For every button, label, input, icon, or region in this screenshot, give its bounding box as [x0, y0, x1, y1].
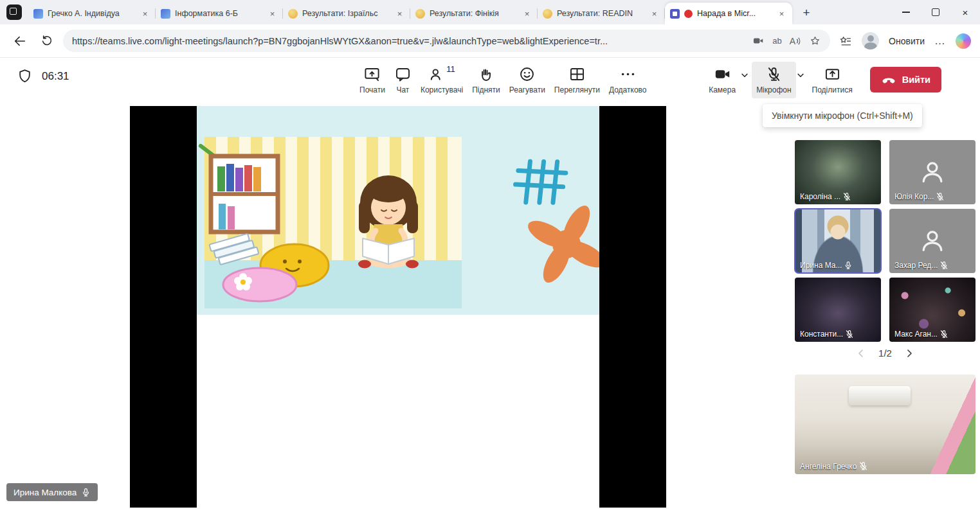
- page-next-icon[interactable]: [904, 348, 914, 359]
- device-toolbar: Камера Мікрофон: [704, 62, 941, 98]
- participant-tile-active-speaker[interactable]: Ирина Ма...: [795, 209, 881, 273]
- back-button[interactable]: [9, 30, 31, 52]
- tab-title: Результати: Фінікія: [430, 9, 517, 18]
- meeting-timer: 06:31: [17, 68, 69, 84]
- react-smiley-icon: [518, 66, 536, 83]
- copilot-icon[interactable]: [956, 33, 971, 49]
- mic-on-icon: [81, 488, 91, 497]
- toolbar-right-cluster: Оновити …: [835, 32, 971, 49]
- close-icon[interactable]: ×: [522, 8, 532, 19]
- leave-button[interactable]: Вийти: [870, 67, 941, 93]
- tab-rezultaty-reading[interactable]: Результати: READIN ×: [538, 3, 665, 24]
- shared-screen: [130, 106, 666, 508]
- camera-icon: [714, 66, 731, 83]
- meeting-stage: Ирина Малкова: [0, 103, 795, 514]
- timer-value: 06:31: [42, 70, 69, 83]
- share-button[interactable]: Поділитися: [808, 62, 857, 98]
- shared-content-illustration: [197, 106, 599, 315]
- read-aloud-icon[interactable]: A: [790, 36, 801, 46]
- share-icon: [824, 66, 841, 83]
- recording-indicator: [684, 10, 693, 18]
- tab-meeting-active[interactable]: Нарада в Micr... ×: [665, 3, 792, 24]
- tab-title: Інформатика 6-Б: [175, 9, 262, 18]
- url-text: https://teams.live.com/light-meetings/la…: [72, 36, 745, 46]
- view-grid-icon: [568, 66, 586, 83]
- mic-off-icon: [939, 261, 948, 270]
- more-icon: [619, 66, 637, 83]
- participant-tile[interactable]: Захар Ред...: [889, 209, 975, 273]
- tab-rezultaty-izrail[interactable]: Результати: Ізраїльс ×: [283, 3, 410, 24]
- person-placeholder-icon: [918, 157, 947, 187]
- teams-favicon: [670, 9, 680, 19]
- participant-tile[interactable]: Кароліна ...: [795, 140, 881, 204]
- tab-informatyka[interactable]: Інформатика 6-Б ×: [156, 3, 283, 24]
- person-placeholder-icon: [918, 226, 947, 256]
- camera-permission-icon[interactable]: [752, 35, 765, 47]
- mic-tooltip: Увімкнути мікрофон (Ctrl+Shift+M): [763, 104, 922, 127]
- tab-favicon: [415, 9, 425, 19]
- new-tab-button[interactable]: +: [797, 4, 815, 22]
- maximize-button[interactable]: [921, 0, 950, 24]
- close-icon[interactable]: ×: [649, 8, 660, 19]
- chat-button[interactable]: Чат: [390, 62, 416, 98]
- address-bar[interactable]: https://teams.live.com/light-meetings/la…: [63, 30, 830, 52]
- favorite-star-icon[interactable]: [809, 35, 821, 47]
- tab-title: Нарада в Micr...: [697, 9, 772, 18]
- profile-avatar[interactable]: [862, 32, 879, 49]
- participants-button[interactable]: 11 Користувачі: [416, 62, 467, 98]
- people-icon: [428, 66, 446, 83]
- mic-off-icon: [858, 461, 868, 471]
- mic-on-icon: [844, 261, 853, 270]
- close-icon[interactable]: ×: [776, 8, 787, 19]
- tile-pagination: 1/2: [795, 348, 975, 359]
- browser-toolbar: https://teams.live.com/light-meetings/la…: [0, 24, 980, 58]
- mic-off-icon: [765, 66, 783, 83]
- shield-icon: [17, 68, 33, 84]
- meeting-toolbar: Почати Чат 11 Користувачі Підняти: [355, 62, 651, 98]
- camera-button[interactable]: Камера: [704, 62, 740, 98]
- close-icon[interactable]: ×: [394, 8, 405, 19]
- browser-tab-strip: Гречко А. Індивідуа × Інформатика 6-Б × …: [0, 0, 980, 24]
- tab-favicon: [33, 9, 43, 19]
- camera-options-chevron[interactable]: [740, 71, 749, 80]
- participants-panel: Кароліна ... Юлія Кор... Ирина Ма...: [795, 103, 976, 514]
- minimize-button[interactable]: [891, 0, 921, 24]
- screenshare-start-icon: [363, 66, 381, 83]
- presenter-name-tag: Ирина Малкова: [6, 483, 98, 501]
- react-button[interactable]: Реагувати: [505, 62, 550, 98]
- view-button[interactable]: Переглянути: [550, 62, 604, 98]
- tab-grechko[interactable]: Гречко А. Індивідуа ×: [28, 3, 156, 24]
- translate-icon[interactable]: ab: [772, 36, 781, 46]
- mic-off-icon: [842, 192, 851, 201]
- raise-hand-button[interactable]: Підняти: [467, 62, 505, 98]
- mic-options-chevron[interactable]: [796, 71, 805, 80]
- letterbox-left: [130, 106, 197, 508]
- mic-off-icon: [936, 192, 945, 201]
- more-button[interactable]: Додатково: [604, 62, 651, 98]
- browser-menu-icon[interactable]: …: [934, 35, 946, 48]
- window-close-button[interactable]: ×: [950, 0, 980, 24]
- participant-tile-large[interactable]: Ангеліна Гречко: [795, 375, 975, 474]
- raise-hand-icon: [477, 66, 495, 83]
- tab-title: Результати: Ізраїльс: [302, 9, 390, 18]
- close-icon[interactable]: ×: [267, 8, 278, 19]
- participant-tile[interactable]: Юлія Кор...: [889, 140, 975, 204]
- chat-icon: [394, 66, 412, 83]
- tab-rezultaty-finikia[interactable]: Результати: Фінікія ×: [410, 3, 538, 24]
- letterbox-right: [599, 106, 666, 508]
- tab-favicon: [161, 9, 170, 19]
- refresh-button[interactable]: [36, 30, 58, 52]
- page-prev-icon[interactable]: [856, 348, 866, 359]
- participant-tile[interactable]: Макс Аган...: [889, 278, 975, 342]
- tab-actions-icon[interactable]: [6, 4, 22, 20]
- start-presenting-button[interactable]: Почати: [355, 62, 390, 98]
- tab-favicon: [288, 9, 298, 19]
- microphone-button[interactable]: Мікрофон: [752, 62, 795, 98]
- meeting-header: 06:31 Почати Чат 11 Користувачі: [0, 58, 980, 103]
- mic-off-icon: [939, 330, 948, 339]
- participant-tile[interactable]: Константи...: [795, 278, 881, 342]
- favorites-bar-icon[interactable]: [839, 35, 852, 48]
- tab-favicon: [543, 9, 552, 19]
- update-button[interactable]: Оновити: [889, 36, 925, 46]
- close-icon[interactable]: ×: [140, 8, 150, 19]
